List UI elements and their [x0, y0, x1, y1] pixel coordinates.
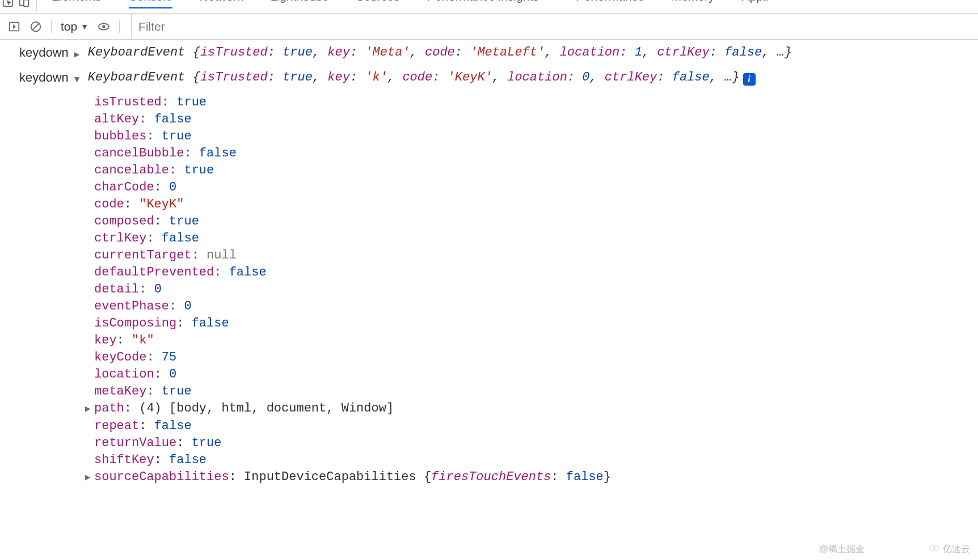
tab-sources[interactable]: Sources: [356, 0, 399, 7]
chevron-down-icon: ▼: [81, 22, 88, 31]
object-property[interactable]: altKey: false: [85, 111, 978, 128]
object-property[interactable]: cancelBubble: false: [85, 145, 978, 162]
object-property[interactable]: charCode: 0: [85, 179, 978, 196]
object-property[interactable]: isTrusted: true: [85, 94, 978, 111]
object-property[interactable]: defaultPrevented: false: [85, 264, 978, 281]
object-property[interactable]: ▶sourceCapabilities: InputDeviceCapabili…: [85, 469, 978, 486]
object-preview[interactable]: KeyboardEvent {isTrusted: true, key: 'Me…: [88, 44, 792, 61]
object-property[interactable]: eventPhase: 0: [85, 298, 978, 315]
device-toggle-icon[interactable]: [16, 0, 32, 14]
console-output: keydown▶KeyboardEvent {isTrusted: true, …: [0, 40, 978, 486]
object-property[interactable]: returnValue: true: [85, 435, 978, 452]
tab-console[interactable]: Console: [129, 0, 172, 9]
object-property[interactable]: currentTarget: null: [85, 247, 978, 264]
tab-performance[interactable]: Performance: [576, 0, 644, 7]
console-log-row: keydown▼KeyboardEvent {isTrusted: true, …: [19, 69, 978, 88]
object-property[interactable]: metaKey: true: [85, 383, 978, 400]
disclosure-triangle-icon[interactable]: ▶: [85, 469, 94, 486]
object-property[interactable]: cancelable: true: [85, 162, 978, 179]
object-property[interactable]: bubbles: true: [85, 128, 978, 145]
console-toolbar: top ▼: [0, 14, 978, 40]
toggle-sidebar-icon[interactable]: [6, 18, 23, 35]
object-property[interactable]: detail: 0: [85, 281, 978, 298]
console-filter-input[interactable]: [132, 14, 978, 39]
disclosure-triangle-icon[interactable]: ▶: [85, 401, 94, 418]
console-log-row: keydown▶KeyboardEvent {isTrusted: true, …: [19, 44, 978, 63]
object-property[interactable]: keyCode: 75: [85, 349, 978, 366]
tab-lighthouse[interactable]: Lighthouse: [271, 0, 329, 7]
object-expanded: isTrusted: truealtKey: falsebubbles: tru…: [85, 94, 978, 486]
object-preview[interactable]: KeyboardEvent {isTrusted: true, key: 'k'…: [88, 69, 756, 86]
tab-elements[interactable]: Elements: [52, 0, 102, 7]
inspect-icon[interactable]: [0, 0, 16, 14]
watermark-right-text: 亿速云: [943, 544, 970, 555]
object-constructor: KeyboardEvent: [88, 45, 193, 60]
svg-line-6: [33, 23, 39, 29]
tab-performance-insights[interactable]: Performance insights: [427, 0, 549, 7]
disclosure-triangle-icon[interactable]: ▶: [74, 44, 82, 63]
execution-context-select[interactable]: top ▼: [61, 20, 88, 33]
watermark-left: @稀土掘金: [819, 544, 865, 555]
object-property[interactable]: key: "k": [85, 332, 978, 349]
clear-console-icon[interactable]: [27, 18, 44, 35]
divider: [51, 20, 52, 33]
disclosure-triangle-icon[interactable]: ▼: [74, 69, 82, 88]
object-property[interactable]: shiftKey: false: [85, 452, 978, 469]
divider: [119, 20, 120, 33]
tab-network[interactable]: Network: [200, 0, 243, 7]
devtools-tabbar: ElementsConsoleNetworkLighthouseSourcesP…: [0, 0, 978, 14]
filter-wrap: [131, 14, 978, 39]
info-icon[interactable]: i: [743, 73, 756, 86]
log-event-name: keydown: [19, 69, 69, 86]
object-property[interactable]: ctrlKey: false: [85, 230, 978, 247]
svg-rect-2: [24, 0, 28, 6]
tab-memory[interactable]: Memory: [672, 0, 715, 7]
object-property[interactable]: ▶path: (4) [body, html, document, Window…: [85, 400, 978, 418]
svg-point-8: [102, 25, 106, 28]
divider: [36, 0, 37, 11]
execution-context-label: top: [61, 20, 77, 33]
object-property[interactable]: code: "KeyK": [85, 196, 978, 213]
tab-appli[interactable]: Appli: [742, 0, 769, 7]
object-property[interactable]: repeat: false: [85, 418, 978, 435]
object-property[interactable]: isComposing: false: [85, 315, 978, 332]
log-event-name: keydown: [19, 44, 69, 61]
watermark-right: 亿速云: [928, 543, 970, 555]
object-constructor: KeyboardEvent: [88, 70, 193, 84]
live-expression-icon[interactable]: [95, 18, 112, 35]
object-property[interactable]: location: 0: [85, 366, 978, 383]
object-property[interactable]: composed: true: [85, 213, 978, 230]
